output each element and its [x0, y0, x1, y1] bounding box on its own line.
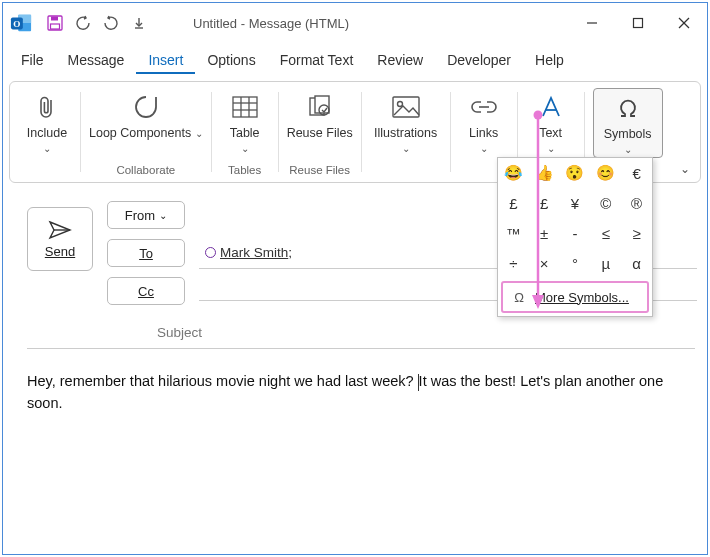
menu-bar: File Message Insert Options Format Text … — [3, 43, 707, 77]
loop-icon — [133, 92, 159, 122]
ribbon-loop-button[interactable]: Loop Components ⌄ — [89, 88, 203, 141]
chevron-down-icon: ⌄ — [624, 144, 632, 155]
message-body[interactable]: Hey, remember that hilarious movie night… — [3, 349, 707, 415]
symbol-cell[interactable]: - — [560, 218, 591, 248]
menu-developer[interactable]: Developer — [435, 46, 523, 74]
to-button[interactable]: To — [107, 239, 185, 267]
link-icon — [471, 92, 497, 122]
symbols-grid: 😂 👍 😯 😊 € £ £ ¥ © ® ™ ± - ≤ ≥ ÷ × ° µ α — [498, 158, 652, 278]
ribbon-include-button[interactable]: Include ⌄ — [22, 88, 72, 154]
ribbon-group-collaborate: Loop Components ⌄ Collaborate — [83, 86, 209, 178]
symbol-cell[interactable]: ≤ — [590, 218, 621, 248]
ribbon-symbols-button[interactable]: Symbols ⌄ — [593, 88, 663, 158]
symbol-cell[interactable]: £ — [498, 188, 529, 218]
recipient-chip[interactable]: Mark Smith — [205, 245, 288, 260]
qat-more-button[interactable] — [125, 8, 153, 38]
ribbon-group-illustrations: Illustrations ⌄ — [364, 86, 448, 178]
svg-rect-19 — [393, 97, 419, 117]
symbol-cell[interactable]: µ — [590, 248, 621, 278]
qat-redo-button[interactable] — [97, 8, 125, 38]
symbol-cell[interactable]: £ — [529, 188, 560, 218]
more-symbols-button[interactable]: Ω More Symbols... — [501, 281, 649, 313]
omega-icon — [616, 93, 640, 123]
minimize-button[interactable] — [569, 3, 615, 43]
svg-rect-11 — [233, 97, 257, 117]
table-icon — [232, 92, 258, 122]
symbol-cell[interactable]: © — [590, 188, 621, 218]
symbol-cell[interactable]: 😂 — [498, 158, 529, 188]
svg-rect-8 — [634, 19, 643, 28]
header-buttons-column: From ⌄ To Cc — [107, 201, 185, 305]
symbol-cell[interactable]: ™ — [498, 218, 529, 248]
ribbon-reuse-button[interactable]: Reuse Files — [287, 88, 353, 141]
chevron-down-icon: ⌄ — [480, 143, 488, 154]
symbols-dropdown: 😂 👍 😯 😊 € £ £ ¥ © ® ™ ± - ≤ ≥ ÷ × ° µ α … — [497, 157, 653, 317]
illustrations-icon — [392, 92, 420, 122]
ribbon-group-include: Include ⌄ — [16, 86, 78, 178]
svg-text:O: O — [13, 19, 20, 29]
ribbon-group-tables: Table ⌄ Tables — [214, 86, 276, 178]
menu-help[interactable]: Help — [523, 46, 576, 74]
symbol-cell[interactable]: ≥ — [621, 218, 652, 248]
outlook-message-window: O Untitled - Message (HTML) File Message… — [2, 2, 708, 555]
symbol-cell[interactable]: 👍 — [529, 158, 560, 188]
menu-file[interactable]: File — [9, 46, 56, 74]
symbol-cell[interactable]: × — [529, 248, 560, 278]
reuse-files-icon — [307, 92, 333, 122]
menu-review[interactable]: Review — [365, 46, 435, 74]
menu-format-text[interactable]: Format Text — [268, 46, 366, 74]
window-title: Untitled - Message (HTML) — [193, 16, 349, 31]
symbol-cell[interactable]: ± — [529, 218, 560, 248]
symbol-cell[interactable]: α — [621, 248, 652, 278]
chevron-down-icon: ⌄ — [241, 143, 249, 154]
symbol-cell[interactable]: ° — [560, 248, 591, 278]
send-icon — [48, 220, 72, 240]
paperclip-icon — [36, 92, 58, 122]
chevron-down-icon: ⌄ — [43, 143, 51, 154]
ribbon-group-reuse: Reuse Files Reuse Files — [281, 86, 359, 178]
ribbon-expand-button[interactable]: ⌄ — [680, 162, 690, 176]
maximize-button[interactable] — [615, 3, 661, 43]
menu-insert[interactable]: Insert — [136, 46, 195, 74]
symbol-cell[interactable]: 😯 — [560, 158, 591, 188]
qat-undo-button[interactable] — [69, 8, 97, 38]
send-button[interactable]: Send — [27, 207, 93, 271]
menu-options[interactable]: Options — [195, 46, 267, 74]
svg-rect-6 — [51, 24, 60, 29]
presence-icon — [205, 247, 216, 258]
omega-icon: Ω — [511, 290, 527, 305]
symbol-cell[interactable]: € — [621, 158, 652, 188]
ribbon-table-button[interactable]: Table ⌄ — [220, 88, 270, 154]
symbol-cell[interactable]: ÷ — [498, 248, 529, 278]
symbol-cell[interactable]: ¥ — [560, 188, 591, 218]
cc-button[interactable]: Cc — [107, 277, 185, 305]
ribbon-illustrations-button[interactable]: Illustrations ⌄ — [370, 88, 442, 154]
ribbon-text-button[interactable]: Text ⌄ — [526, 88, 576, 154]
text-icon — [540, 92, 562, 122]
chevron-down-icon: ⌄ — [402, 143, 410, 154]
qat-save-button[interactable] — [41, 8, 69, 38]
svg-rect-5 — [51, 17, 58, 21]
ribbon-links-button[interactable]: Links ⌄ — [459, 88, 509, 154]
outlook-app-icon: O — [9, 11, 33, 35]
svg-point-20 — [397, 102, 402, 107]
symbol-cell[interactable]: ® — [621, 188, 652, 218]
symbol-cell[interactable]: 😊 — [590, 158, 621, 188]
chevron-down-icon: ⌄ — [547, 143, 555, 154]
menu-message[interactable]: Message — [56, 46, 137, 74]
close-button[interactable] — [661, 3, 707, 43]
from-button[interactable]: From ⌄ — [107, 201, 185, 229]
title-bar: O Untitled - Message (HTML) — [3, 3, 707, 43]
